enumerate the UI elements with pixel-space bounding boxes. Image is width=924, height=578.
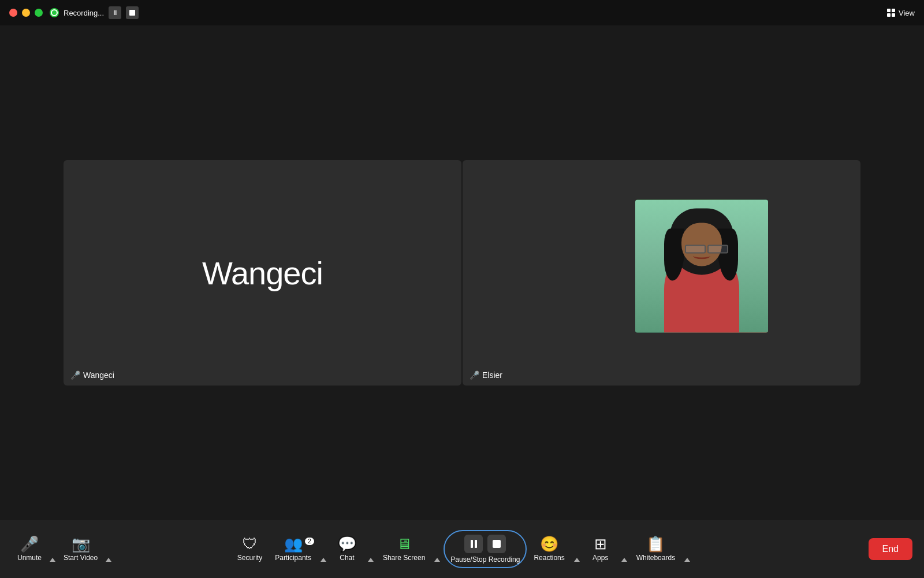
whiteboards-button[interactable]: 📋 Whiteboards bbox=[631, 533, 681, 565]
reactions-button[interactable]: 😊 Reactions bbox=[528, 533, 570, 565]
photo-head bbox=[676, 212, 728, 272]
video-tile-elsier: 🎤 Elsier bbox=[463, 160, 860, 386]
recording-indicator: Recording... ⏸ bbox=[50, 6, 139, 19]
photo-background bbox=[635, 200, 768, 333]
end-button[interactable]: End bbox=[869, 538, 912, 560]
apps-caret-button[interactable] bbox=[619, 520, 629, 578]
video-tile-wangeci: Wangeci 🎤 Wangeci bbox=[64, 160, 461, 386]
whiteboards-icon: 📋 bbox=[646, 536, 665, 551]
pause-stop-label: Pause/Stop Recording bbox=[450, 555, 520, 564]
mute-icon: 🎤 bbox=[20, 536, 39, 551]
pause-bar-left bbox=[471, 540, 473, 548]
toolbar-left-group: 🎤 Unmute 📷 Start Video bbox=[12, 520, 114, 578]
recording-text: Recording... bbox=[64, 9, 104, 17]
participants-button[interactable]: 👥 2 Participants bbox=[269, 533, 317, 565]
video-caret-icon bbox=[106, 558, 111, 562]
chat-label: Chat bbox=[340, 554, 354, 562]
window-controls bbox=[9, 9, 43, 17]
unmute-label: Unmute bbox=[17, 554, 42, 562]
wangeci-name-label: Wangeci bbox=[83, 370, 114, 380]
wangeci-name-tag: 🎤 Wangeci bbox=[70, 370, 114, 380]
stop-square-icon bbox=[493, 540, 501, 548]
security-icon: 🛡 bbox=[243, 536, 258, 551]
apps-icon: ⊞ bbox=[594, 536, 607, 551]
photo-face bbox=[681, 223, 722, 266]
start-video-button[interactable]: 📷 Start Video bbox=[58, 533, 103, 565]
minimize-button[interactable] bbox=[22, 9, 30, 17]
chat-caret-button[interactable] bbox=[366, 520, 376, 578]
video-grid: Wangeci 🎤 Wangeci bbox=[64, 160, 860, 386]
participants-count-badge: 2 bbox=[305, 538, 314, 545]
reactions-icon: 😊 bbox=[540, 536, 558, 551]
maximize-button[interactable] bbox=[35, 9, 43, 17]
pause-stop-controls bbox=[464, 535, 506, 553]
reactions-label: Reactions bbox=[534, 554, 564, 562]
pause-bar-right bbox=[475, 540, 477, 548]
chat-button[interactable]: 💬 Chat bbox=[330, 533, 364, 565]
pause-recording-button[interactable]: ⏸ bbox=[109, 6, 121, 19]
pause-icon: ⏸ bbox=[111, 9, 118, 17]
glass-right bbox=[707, 245, 728, 254]
wangeci-display-name: Wangeci bbox=[202, 254, 323, 292]
share-screen-caret-icon bbox=[434, 558, 440, 562]
whiteboards-caret-icon bbox=[684, 558, 690, 562]
whiteboards-label: Whiteboards bbox=[636, 554, 675, 562]
apps-label: Apps bbox=[593, 554, 608, 562]
apps-caret-icon bbox=[621, 558, 627, 562]
chat-caret-icon bbox=[368, 558, 374, 562]
recording-dot-icon bbox=[50, 8, 59, 17]
security-label: Security bbox=[237, 554, 262, 562]
pause-btn[interactable] bbox=[464, 535, 483, 553]
video-off-icon: 📷 bbox=[72, 536, 90, 551]
main-video-area: Wangeci 🎤 Wangeci bbox=[0, 25, 924, 520]
share-screen-icon: 🖥 bbox=[397, 536, 412, 551]
participants-label: Participants bbox=[275, 554, 311, 562]
toolbar: 🎤 Unmute 📷 Start Video 🛡 Security 👥 2 Pa… bbox=[0, 520, 924, 578]
photo-hair-side-left bbox=[664, 229, 684, 281]
reactions-caret-icon bbox=[574, 558, 580, 562]
unmute-button[interactable]: 🎤 Unmute bbox=[12, 533, 47, 565]
elsier-name-tag: 🎤 Elsier bbox=[470, 370, 502, 380]
elsier-mic-off-icon: 🎤 bbox=[470, 370, 479, 380]
participants-caret-icon bbox=[321, 558, 326, 562]
share-screen-caret-button[interactable] bbox=[432, 520, 442, 578]
unmute-caret-button[interactable] bbox=[47, 520, 58, 578]
view-button[interactable]: View bbox=[887, 9, 915, 17]
close-button[interactable] bbox=[9, 9, 17, 17]
share-screen-button[interactable]: 🖥 Share Screen bbox=[377, 533, 431, 565]
wangeci-mic-off-icon: 🎤 bbox=[70, 370, 80, 380]
video-caret-button[interactable] bbox=[103, 520, 114, 578]
stop-btn[interactable] bbox=[487, 535, 506, 553]
elsier-name-label: Elsier bbox=[482, 370, 502, 380]
whiteboards-caret-button[interactable] bbox=[682, 520, 692, 578]
share-screen-label: Share Screen bbox=[383, 554, 425, 562]
participants-caret-button[interactable] bbox=[318, 520, 329, 578]
grid-icon bbox=[887, 9, 895, 17]
start-video-label: Start Video bbox=[64, 554, 98, 562]
participants-icon: 👥 bbox=[284, 536, 303, 551]
reactions-caret-button[interactable] bbox=[572, 520, 582, 578]
view-label: View bbox=[899, 9, 915, 17]
security-button[interactable]: 🛡 Security bbox=[232, 533, 268, 565]
chat-icon: 💬 bbox=[338, 536, 356, 551]
unmute-caret-icon bbox=[50, 558, 55, 562]
title-bar: Recording... ⏸ View bbox=[0, 0, 924, 25]
stop-recording-button[interactable] bbox=[126, 6, 139, 19]
elsier-video bbox=[635, 200, 768, 333]
stop-icon bbox=[129, 10, 135, 16]
apps-button[interactable]: ⊞ Apps bbox=[583, 533, 618, 565]
pause-stop-recording-button[interactable]: Pause/Stop Recording bbox=[444, 530, 527, 568]
photo-smile bbox=[693, 253, 710, 260]
toolbar-center-group: 🛡 Security 👥 2 Participants 💬 Chat 🖥 Sha… bbox=[232, 520, 692, 578]
